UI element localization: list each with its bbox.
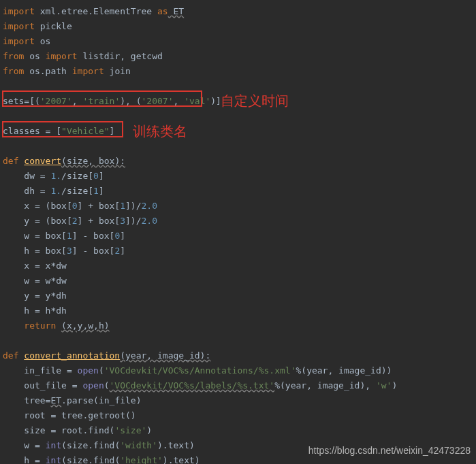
code-line-def: def convert(size, box): [3,154,473,169]
watermark-text: https://blog.csdn.net/weixin_42473228 [308,445,471,456]
code-line: w = w*dw [3,274,473,288]
code-line: import pickle [3,19,473,34]
code-line: out_file = open('VOCdevkit/VOC%s/labels/… [3,378,473,393]
code-line: dh = 1./size[1] [3,184,473,199]
code-line: w = box[1] - box[0] [3,229,473,244]
code-line: x = x*dw [3,259,473,274]
code-line: h = h*dh [3,303,473,318]
code-line-def: def convert_annotation(year, image_id): [3,348,473,363]
code-line: tree=ET.parse(in_file) [3,393,473,408]
code-line: dw = 1./size[0] [3,169,473,184]
code-line: import os [3,34,473,49]
code-line-sets: sets=[('2007', 'train'), ('2007', 'val')… [3,94,473,109]
code-line: y = y*dh [3,288,473,303]
code-line: size = root.find('size') [3,423,473,438]
code-editor[interactable]: import xml.etree.ElementTree as ET impor… [0,0,476,464]
code-line: y = (box[2] + box[3])/2.0 [3,214,473,229]
code-line: from os.path import join [3,64,473,79]
code-line-classes: classes = ["Vehicle"] [3,124,473,139]
blank-line [3,333,473,348]
blank-line [3,109,473,124]
blank-line [3,139,473,154]
code-line: h = box[3] - box[2] [3,244,473,259]
code-line: x = (box[0] + box[1])/2.0 [3,199,473,214]
code-line: in_file = open('VOCdevkit/VOC%s/Annotati… [3,363,473,378]
code-line-return: return (x,y,w,h) [3,318,473,333]
code-line: import xml.etree.ElementTree as ET [3,4,473,19]
blank-line [3,79,473,94]
code-line: root = tree.getroot() [3,408,473,423]
code-line: from os import listdir, getcwd [3,49,473,64]
